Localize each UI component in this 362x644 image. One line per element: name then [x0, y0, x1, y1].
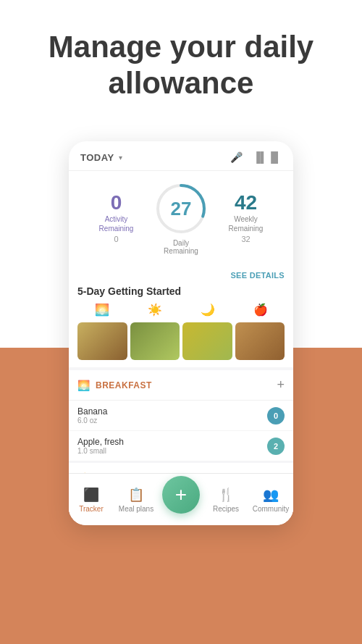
tracker-icon: ⬛ [83, 487, 99, 503]
barcode-icon[interactable]: ▐▌▐▌ [253, 151, 282, 163]
today-label: TODAY [80, 152, 114, 163]
food-image-4[interactable] [235, 322, 285, 360]
food-qty-banana: 6.0 oz [77, 417, 107, 425]
food-item-apple[interactable]: Apple, fresh 1.0 small 2 [69, 431, 293, 461]
tracker-label: Tracker [79, 505, 104, 513]
plus-icon: + [175, 485, 187, 505]
day-icon-morning: 🌅 [77, 303, 126, 317]
getting-started-title: 5-Day Getting Started [77, 285, 285, 297]
nav-item-meal-plans[interactable]: 📋 Meal plans [114, 487, 159, 513]
food-image-3[interactable] [182, 322, 232, 360]
breakfast-header: 🌅 BREAKFAST + [69, 370, 293, 401]
activity-stat: 0 ActivityRemaining 0 [80, 191, 152, 243]
food-image-1[interactable] [77, 322, 127, 360]
day-icons-row: 🌅 ☀️ 🌙 🍎 [77, 303, 285, 317]
daily-label: DailyRemaining [164, 239, 198, 255]
breakfast-label: BREAKFAST [96, 380, 152, 390]
breakfast-add-button[interactable]: + [277, 377, 285, 393]
phone-card: TODAY ▾ 🎤 ▐▌▐▌ 0 ActivityRemaining 0 27 [69, 141, 293, 525]
food-qty-apple: 1.0 small [77, 447, 124, 455]
food-item-banana[interactable]: Banana 6.0 oz 0 [69, 401, 293, 431]
food-points-apple: 2 [267, 438, 285, 455]
nav-item-tracker[interactable]: ⬛ Tracker [69, 487, 114, 513]
breakfast-icon: 🌅 [77, 380, 90, 391]
nav-item-recipes[interactable]: 🍴 Recipes [203, 487, 248, 513]
add-button[interactable]: + [162, 476, 200, 514]
recipes-icon: 🍴 [218, 487, 234, 503]
meal-plans-label: Meal plans [119, 505, 153, 513]
food-images-row [77, 322, 285, 360]
day-icon-day: ☀️ [130, 303, 179, 317]
activity-sub: 0 [80, 235, 152, 243]
weekly-sub: 32 [210, 235, 282, 243]
weekly-label: WeeklyRemaining [210, 214, 282, 233]
food-name-apple: Apple, fresh [77, 437, 124, 447]
nav-item-center[interactable]: + [159, 476, 203, 524]
microphone-icon[interactable]: 🎤 [230, 151, 243, 163]
recipes-label: Recipes [213, 505, 239, 513]
chevron-down-icon: ▾ [119, 154, 122, 162]
meal-plans-icon: 📋 [128, 487, 144, 503]
community-icon: 👥 [263, 487, 279, 503]
food-name-banana: Banana [77, 406, 107, 417]
page-title: Manage your daily allowance [22, 29, 340, 102]
weekly-number: 42 [210, 191, 282, 214]
nav-item-community[interactable]: 👥 Community [248, 487, 293, 513]
day-icon-night: 🌙 [183, 303, 232, 317]
page-header: Manage your daily allowance [0, 0, 362, 117]
daily-circle: 27 [152, 180, 210, 238]
weekly-stat: 42 WeeklyRemaining 32 [210, 191, 282, 243]
section-header: SEE DETAILS [69, 267, 293, 281]
card-header: TODAY ▾ 🎤 ▐▌▐▌ [69, 141, 293, 171]
bottom-nav: ⬛ Tracker 📋 Meal plans + 🍴 Recipes 👥 Com… [69, 473, 293, 525]
see-details-link[interactable]: SEE DETAILS [230, 271, 285, 280]
food-image-2[interactable] [130, 322, 180, 360]
activity-label: ActivityRemaining [80, 214, 152, 233]
daily-number: 27 [171, 199, 192, 218]
getting-started-section: 5-Day Getting Started 🌅 ☀️ 🌙 🍎 [69, 281, 293, 367]
community-label: Community [253, 505, 290, 513]
stats-row: 0 ActivityRemaining 0 27 DailyRemaining … [69, 171, 293, 267]
food-points-banana: 0 [267, 407, 285, 425]
breakfast-section: 🌅 BREAKFAST + Banana 6.0 oz 0 Apple, fre… [69, 370, 293, 461]
activity-number: 0 [80, 191, 152, 214]
day-icon-food: 🍎 [236, 303, 285, 317]
